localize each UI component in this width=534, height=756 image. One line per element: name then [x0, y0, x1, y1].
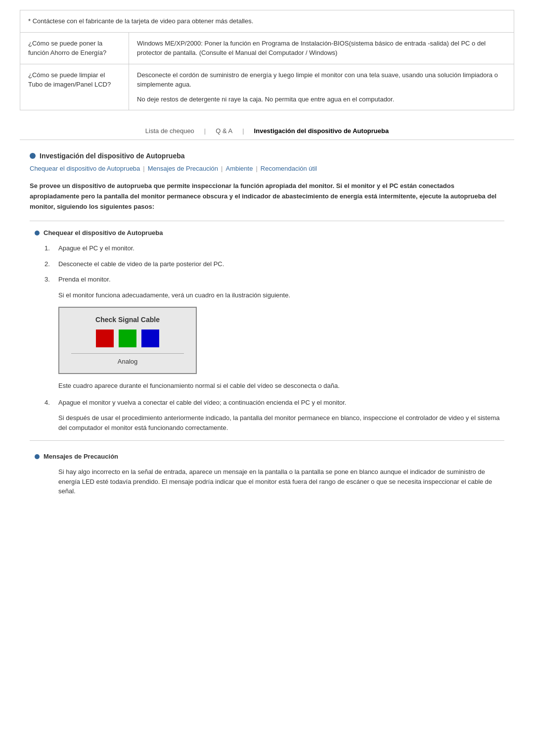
breadcrumb-link-recomendacion[interactable]: Recomendación útil — [261, 165, 317, 172]
signal-box-wrapper: Check Signal Cable Analog — [30, 307, 504, 374]
faq-table: * Contáctese con el fabricante de la tar… — [20, 10, 514, 110]
step-2-num: 2. — [44, 259, 54, 269]
nav-sep-2: | — [240, 127, 246, 135]
signal-box-title: Check Signal Cable — [71, 316, 184, 324]
step-1: 1. Apague el PC y el monitor. — [44, 243, 504, 253]
page-wrapper: * Contáctese con el fabricante de la tar… — [0, 0, 534, 513]
navigation-tabs: Lista de chequeo | Q & A | Investigación… — [20, 125, 514, 140]
breadcrumb-sep-2: | — [221, 165, 222, 172]
breadcrumb-sep-1: | — [143, 165, 144, 172]
table-row-note: * Contáctese con el fabricante de la tar… — [20, 10, 514, 33]
after-step4-text: Si después de usar el procedimiento ante… — [30, 413, 504, 432]
heading-bullet-icon — [30, 153, 36, 159]
signal-box-label: Analog — [71, 353, 184, 365]
signal-box: Check Signal Cable Analog — [58, 307, 197, 374]
sub-bullet-1 — [35, 231, 40, 236]
main-content: Investigación del dispositivo de Autopru… — [20, 152, 514, 496]
step-3: 3. Prenda el monitor. — [44, 275, 504, 284]
breadcrumb-link-chequear[interactable]: Chequear el dispositivo de Autoprueba — [30, 165, 140, 172]
note-text: * Contáctese con el fabricante de la tar… — [28, 17, 253, 25]
tab-investigacion[interactable]: Investigación del dispositivo de Autopru… — [246, 125, 397, 137]
steps-list: 1. Apague el PC y el monitor. 2. Descone… — [30, 243, 504, 284]
step-4: 4. Apague el monitor y vuelva a conectar… — [44, 398, 504, 408]
signal-colors — [71, 330, 184, 347]
sub-bullet-2 — [35, 454, 40, 459]
tab-lista-chequeo[interactable]: Lista de chequeo — [137, 125, 202, 137]
step-1-text: Apague el PC y el monitor. — [58, 243, 134, 253]
color-block-red — [96, 330, 114, 347]
divider-2 — [30, 440, 504, 441]
breadcrumb-link-mensajes[interactable]: Mensajes de Precaución — [148, 165, 218, 172]
step-4-text: Apague el monitor y vuelva a conectar el… — [58, 398, 346, 408]
table-cell-clean-a: Desconecte el cordón de suministro de en… — [129, 64, 514, 110]
intro-paragraph: Se provee un dispositivo de autoprueba q… — [30, 181, 504, 212]
breadcrumb-sep-3: | — [256, 165, 257, 172]
after-illustration-text: Este cuadro aparece durante el funcionam… — [30, 381, 504, 391]
sub-section-2: Mensajes de Precaución Si hay algo incor… — [30, 453, 504, 496]
step-2: 2. Desconecte el cable de video de la pa… — [44, 259, 504, 269]
after-step3-text: Si el monitor funciona adecuadamente, ve… — [30, 290, 504, 300]
tab-qa[interactable]: Q & A — [208, 125, 240, 137]
table-cell-note: * Contáctese con el fabricante de la tar… — [20, 10, 514, 33]
step4-list: 4. Apague el monitor y vuelva a conectar… — [30, 398, 504, 408]
sub-heading-2-text: Mensajes de Precaución — [44, 453, 118, 460]
sub-section-2-heading: Mensajes de Precaución — [30, 453, 504, 460]
page-section-heading: Investigación del dispositivo de Autopru… — [30, 152, 504, 160]
table-row-clean: ¿Cómo se puede limpiar el Tubo de imagen… — [20, 64, 514, 110]
table-cell-energy-a: Windows ME/XP/2000: Poner la función en … — [129, 32, 514, 64]
breadcrumb-link-ambiente[interactable]: Ambiente — [225, 165, 253, 172]
sub-section-1-heading: Chequear el dispositivo de Autoprueba — [30, 229, 504, 236]
mensajes-text: Si hay algo incorrecto en la señal de en… — [30, 467, 504, 496]
table-cell-clean-q: ¿Cómo se puede limpiar el Tubo de imagen… — [20, 64, 129, 110]
breadcrumb-nav: Chequear el dispositivo de Autoprueba | … — [30, 165, 504, 172]
table-cell-energy-q: ¿Cómo se puede poner la función Ahorro d… — [20, 32, 129, 64]
step-4-num: 4. — [44, 398, 54, 408]
sub-heading-1-text: Chequear el dispositivo de Autoprueba — [44, 229, 163, 236]
step-3-num: 3. — [44, 275, 54, 284]
step-1-num: 1. — [44, 243, 54, 253]
color-block-blue — [141, 330, 159, 347]
divider-1 — [30, 221, 504, 221]
table-row-energy: ¿Cómo se puede poner la función Ahorro d… — [20, 32, 514, 64]
color-block-green — [119, 330, 136, 347]
page-title: Investigación del dispositivo de Autopru… — [40, 152, 185, 160]
step-3-text: Prenda el monitor. — [58, 275, 111, 284]
step-2-text: Desconecte el cable de video de la parte… — [58, 259, 224, 269]
nav-sep-1: | — [202, 127, 208, 135]
